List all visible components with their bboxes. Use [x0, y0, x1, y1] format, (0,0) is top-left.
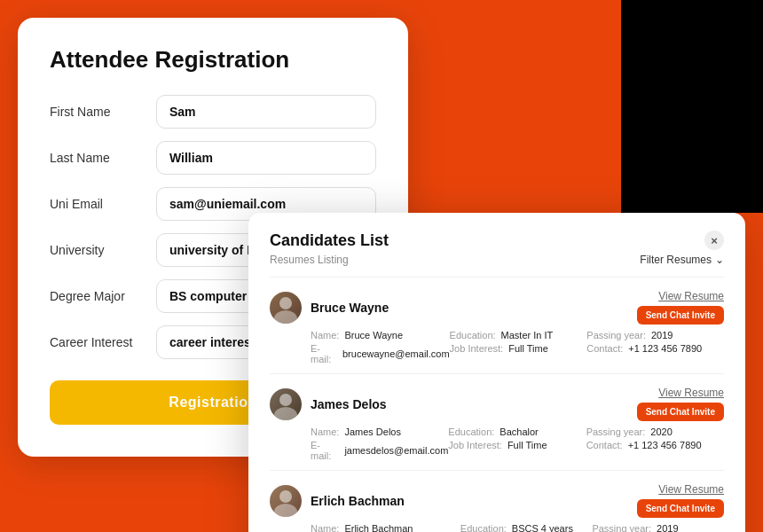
detail-email-row-1: E-mail: jamesdelos@email.com — [311, 440, 448, 461]
candidate-education-1: Bachalor — [499, 426, 538, 437]
svg-point-2 — [279, 394, 292, 406]
candidate-name-0: Bruce Wayne — [311, 301, 389, 315]
candidate-email-0: brucewayne@email.com — [342, 348, 450, 359]
detail-edu-row-2: Education: BSCS 4 years — [460, 523, 593, 532]
candidate-name-1: James Delos — [311, 397, 387, 411]
detail-email-row-0: E-mail: brucewayne@email.com — [311, 343, 450, 364]
candidate-name-val-2: Erlich Bachman — [344, 523, 413, 532]
detail-col-left-1: Name: James Delos E-mail: jamesdelos@ema… — [311, 426, 448, 461]
filter-resumes-button[interactable]: Filter Resumes ⌄ — [640, 254, 724, 266]
candidate-header-1: James Delos View Resume Send Chat Invite — [270, 387, 724, 421]
input-first_name[interactable] — [156, 95, 376, 129]
candidate-avatar-1 — [270, 388, 302, 420]
svg-point-4 — [279, 490, 292, 503]
send-invite-button-2[interactable]: Send Chat Invite — [637, 499, 724, 518]
detail-contact-row-1: Contact: +1 123 456 7890 — [586, 440, 724, 450]
form-row-first_name: First Name — [50, 95, 376, 129]
modal-header: Candidates List × — [270, 231, 724, 250]
candidate-name-row-2: Erlich Bachman — [270, 485, 405, 517]
black-corner-area — [621, 0, 763, 213]
send-invite-button-0[interactable]: Send Chat Invite — [637, 306, 724, 325]
detail-col-right-1: Passing year: 2020 Contact: +1 123 456 7… — [586, 426, 724, 461]
label-degree_major: Degree Major — [50, 289, 156, 303]
candidate-name-2: Erlich Bachman — [311, 494, 405, 508]
detail-edu-row-0: Education: Master In IT — [450, 330, 587, 340]
candidate-avatar-2 — [270, 485, 302, 517]
candidate-actions-2: View Resume Send Chat Invite — [637, 483, 724, 518]
detail-col-mid-2: Education: BSCS 4 years Job Interest: Fu… — [460, 523, 593, 532]
candidate-passingyear-2: 2019 — [657, 523, 678, 532]
label-last_name: Last Name — [50, 151, 156, 165]
modal-subtitle-row: Resumes Listing Filter Resumes ⌄ — [270, 254, 724, 266]
candidate-email-1: jamesdelos@email.com — [344, 445, 448, 456]
svg-point-0 — [279, 297, 292, 309]
candidate-name-row-1: James Delos — [270, 388, 387, 420]
candidate-education-0: Master In IT — [501, 330, 554, 340]
candidate-passingyear-1: 2020 — [650, 426, 672, 437]
detail-name-row-0: Name: Bruce Wayne — [311, 330, 450, 340]
modal-close-button[interactable]: × — [704, 231, 724, 250]
candidate-details-0: Name: Bruce Wayne E-mail: brucewayne@ema… — [311, 330, 724, 364]
candidate-name-val-0: Bruce Wayne — [344, 330, 403, 340]
send-invite-button-1[interactable]: Send Chat Invite — [637, 403, 724, 421]
candidate-card: James Delos View Resume Send Chat Invite… — [270, 373, 724, 470]
candidate-card: Erlich Bachman View Resume Send Chat Inv… — [270, 470, 724, 532]
candidate-name-val-1: James Delos — [344, 426, 401, 437]
view-resume-button-1[interactable]: View Resume — [658, 387, 724, 399]
form-title: Attendee Registration — [50, 46, 376, 74]
detail-col-left-0: Name: Bruce Wayne E-mail: brucewayne@ema… — [311, 330, 450, 364]
detail-name-row-2: Name: Erlich Bachman — [311, 523, 460, 532]
detail-passing-row-1: Passing year: 2020 — [586, 426, 724, 437]
svg-point-3 — [274, 407, 297, 420]
detail-contact-row-0: Contact: +1 123 456 7890 — [586, 343, 724, 354]
candidate-education-2: BSCS 4 years — [512, 523, 573, 532]
detail-passing-row-2: Passing year: 2019 — [592, 523, 724, 532]
input-last_name[interactable] — [156, 141, 376, 175]
detail-col-mid-1: Education: Bachalor Job Interest: Full T… — [448, 426, 586, 461]
candidate-jobinterest-1: Full Time — [507, 440, 547, 450]
label-uni_email: Uni Email — [50, 197, 156, 211]
detail-col-mid-0: Education: Master In IT Job Interest: Fu… — [450, 330, 587, 364]
candidate-name-row-0: Bruce Wayne — [270, 292, 389, 324]
candidate-avatar-0 — [270, 292, 302, 324]
detail-col-right-0: Passing year: 2019 Contact: +1 123 456 7… — [586, 330, 724, 364]
modal-title: Candidates List — [270, 231, 389, 250]
candidate-details-2: Name: Erlich Bachman E-mail: erlichbachm… — [311, 523, 724, 532]
detail-col-right-2: Passing year: 2019 Contact: +1 123 456 7… — [592, 523, 724, 532]
detail-jobinterest-row-0: Job Interest: Full Time — [450, 343, 587, 354]
candidate-details-1: Name: James Delos E-mail: jamesdelos@ema… — [311, 426, 724, 461]
label-first_name: First Name — [50, 105, 156, 119]
candidate-card: Bruce Wayne View Resume Send Chat Invite… — [270, 277, 724, 373]
modal-subtitle: Resumes Listing — [270, 254, 349, 266]
detail-name-row-1: Name: James Delos — [311, 426, 448, 437]
label-career_interest: Career Interest — [50, 335, 156, 349]
candidates-modal: Candidates List × Resumes Listing Filter… — [248, 213, 745, 532]
detail-passing-row-0: Passing year: 2019 — [586, 330, 724, 340]
candidate-passingyear-0: 2019 — [651, 330, 673, 340]
detail-col-left-2: Name: Erlich Bachman E-mail: erlichbachm… — [311, 523, 460, 532]
view-resume-button-0[interactable]: View Resume — [658, 290, 724, 302]
form-row-last_name: Last Name — [50, 141, 376, 175]
candidate-contact-1: +1 123 456 7890 — [628, 440, 702, 450]
detail-edu-row-1: Education: Bachalor — [448, 426, 586, 437]
svg-point-1 — [274, 310, 297, 324]
detail-jobinterest-row-1: Job Interest: Full Time — [448, 440, 586, 450]
label-university: University — [50, 243, 156, 257]
candidate-header-0: Bruce Wayne View Resume Send Chat Invite — [270, 290, 724, 325]
candidate-actions-1: View Resume Send Chat Invite — [637, 387, 724, 421]
candidate-contact-0: +1 123 456 7890 — [628, 343, 702, 354]
view-resume-button-2[interactable]: View Resume — [658, 483, 724, 496]
candidate-header-2: Erlich Bachman View Resume Send Chat Inv… — [270, 483, 724, 518]
candidate-actions-0: View Resume Send Chat Invite — [637, 290, 724, 325]
svg-point-5 — [274, 504, 297, 517]
candidate-jobinterest-0: Full Time — [508, 343, 548, 354]
